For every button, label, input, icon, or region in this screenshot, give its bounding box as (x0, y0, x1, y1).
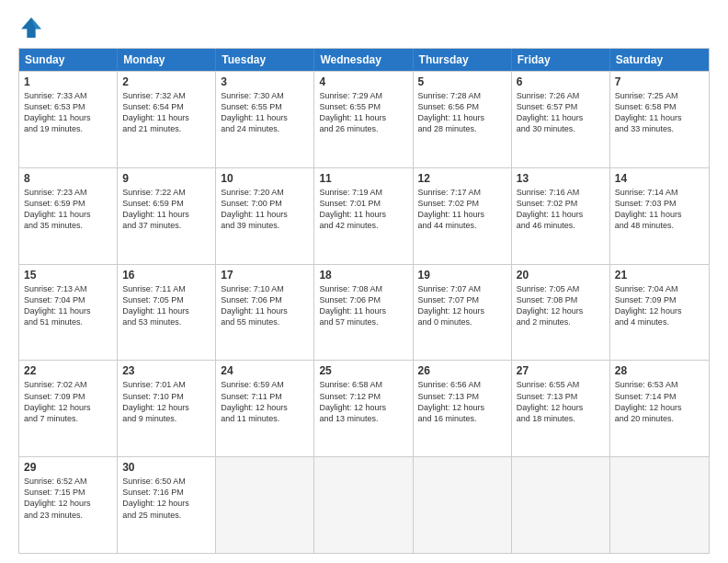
cell-info: Sunrise: 7:04 AM Sunset: 7:09 PM Dayligh… (615, 283, 704, 328)
calendar-body: 1Sunrise: 7:33 AM Sunset: 6:53 PM Daylig… (19, 71, 709, 553)
day-number: 11 (319, 172, 407, 185)
header (18, 15, 710, 40)
cell-info: Sunrise: 7:01 AM Sunset: 7:10 PM Dayligh… (122, 379, 210, 424)
calendar-cell: 18Sunrise: 7:08 AM Sunset: 7:06 PM Dayli… (314, 265, 413, 361)
calendar-cell (216, 457, 314, 553)
cell-info: Sunrise: 7:14 AM Sunset: 7:03 PM Dayligh… (615, 187, 704, 232)
cell-info: Sunrise: 6:50 AM Sunset: 7:16 PM Dayligh… (122, 476, 210, 521)
day-number: 24 (221, 364, 309, 377)
calendar-cell: 16Sunrise: 7:11 AM Sunset: 7:05 PM Dayli… (118, 265, 216, 361)
day-number: 16 (122, 269, 210, 282)
calendar-cell: 6Sunrise: 7:26 AM Sunset: 6:57 PM Daylig… (512, 72, 610, 167)
cell-info: Sunrise: 7:28 AM Sunset: 6:56 PM Dayligh… (418, 90, 506, 135)
calendar-cell: 25Sunrise: 6:58 AM Sunset: 7:12 PM Dayli… (314, 361, 413, 456)
cell-info: Sunrise: 6:52 AM Sunset: 7:15 PM Dayligh… (24, 476, 112, 521)
cell-info: Sunrise: 7:22 AM Sunset: 6:59 PM Dayligh… (122, 187, 210, 232)
calendar-row: 29Sunrise: 6:52 AM Sunset: 7:15 PM Dayli… (19, 456, 709, 553)
calendar-cell: 27Sunrise: 6:55 AM Sunset: 7:13 PM Dayli… (512, 361, 610, 456)
day-number: 1 (24, 75, 112, 88)
calendar-cell: 2Sunrise: 7:32 AM Sunset: 6:54 PM Daylig… (118, 72, 216, 167)
cell-info: Sunrise: 7:20 AM Sunset: 7:00 PM Dayligh… (221, 187, 309, 232)
cell-info: Sunrise: 7:10 AM Sunset: 7:06 PM Dayligh… (221, 283, 309, 328)
calendar-row: 22Sunrise: 7:02 AM Sunset: 7:09 PM Dayli… (19, 360, 709, 456)
calendar-header: SundayMondayTuesdayWednesdayThursdayFrid… (19, 49, 709, 71)
day-number: 18 (319, 269, 407, 282)
cell-info: Sunrise: 7:29 AM Sunset: 6:55 PM Dayligh… (319, 90, 407, 135)
calendar-cell: 30Sunrise: 6:50 AM Sunset: 7:16 PM Dayli… (118, 457, 216, 553)
calendar-cell: 3Sunrise: 7:30 AM Sunset: 6:55 PM Daylig… (216, 72, 314, 167)
calendar-cell: 11Sunrise: 7:19 AM Sunset: 7:01 PM Dayli… (314, 168, 413, 264)
calendar: SundayMondayTuesdayWednesdayThursdayFrid… (18, 48, 710, 554)
page: SundayMondayTuesdayWednesdayThursdayFrid… (0, 0, 728, 563)
calendar-cell: 9Sunrise: 7:22 AM Sunset: 6:59 PM Daylig… (118, 168, 216, 264)
calendar-cell: 10Sunrise: 7:20 AM Sunset: 7:00 PM Dayli… (216, 168, 314, 264)
day-number: 23 (122, 364, 210, 377)
cell-info: Sunrise: 7:16 AM Sunset: 7:02 PM Dayligh… (517, 187, 605, 232)
day-number: 20 (517, 269, 605, 282)
calendar-cell: 28Sunrise: 6:53 AM Sunset: 7:14 PM Dayli… (610, 361, 709, 456)
day-number: 26 (418, 364, 506, 377)
day-number: 4 (319, 75, 407, 88)
day-number: 13 (517, 172, 605, 185)
calendar-cell: 24Sunrise: 6:59 AM Sunset: 7:11 PM Dayli… (216, 361, 314, 456)
calendar-cell: 22Sunrise: 7:02 AM Sunset: 7:09 PM Dayli… (19, 361, 118, 456)
calendar-cell: 21Sunrise: 7:04 AM Sunset: 7:09 PM Dayli… (610, 265, 709, 361)
cell-info: Sunrise: 7:26 AM Sunset: 6:57 PM Dayligh… (517, 90, 605, 135)
header-day: Saturday (610, 49, 709, 71)
day-number: 17 (221, 269, 309, 282)
calendar-cell (512, 457, 610, 553)
cell-info: Sunrise: 6:53 AM Sunset: 7:14 PM Dayligh… (615, 379, 704, 424)
day-number: 22 (24, 364, 112, 377)
cell-info: Sunrise: 7:11 AM Sunset: 7:05 PM Dayligh… (122, 283, 210, 328)
header-day: Monday (118, 49, 216, 71)
day-number: 21 (615, 269, 704, 282)
day-number: 8 (24, 172, 112, 185)
calendar-cell: 15Sunrise: 7:13 AM Sunset: 7:04 PM Dayli… (19, 265, 118, 361)
calendar-row: 8Sunrise: 7:23 AM Sunset: 6:59 PM Daylig… (19, 167, 709, 264)
cell-info: Sunrise: 7:05 AM Sunset: 7:08 PM Dayligh… (517, 283, 605, 328)
day-number: 7 (615, 75, 704, 88)
calendar-cell: 26Sunrise: 6:56 AM Sunset: 7:13 PM Dayli… (414, 361, 512, 456)
calendar-cell: 13Sunrise: 7:16 AM Sunset: 7:02 PM Dayli… (512, 168, 610, 264)
cell-info: Sunrise: 7:19 AM Sunset: 7:01 PM Dayligh… (319, 187, 407, 232)
cell-info: Sunrise: 7:30 AM Sunset: 6:55 PM Dayligh… (221, 90, 309, 135)
header-day: Tuesday (216, 49, 314, 71)
day-number: 6 (517, 75, 605, 88)
cell-info: Sunrise: 7:33 AM Sunset: 6:53 PM Dayligh… (24, 90, 112, 135)
cell-info: Sunrise: 7:08 AM Sunset: 7:06 PM Dayligh… (319, 283, 407, 328)
calendar-cell: 7Sunrise: 7:25 AM Sunset: 6:58 PM Daylig… (610, 72, 709, 167)
calendar-cell: 8Sunrise: 7:23 AM Sunset: 6:59 PM Daylig… (19, 168, 118, 264)
calendar-cell: 12Sunrise: 7:17 AM Sunset: 7:02 PM Dayli… (414, 168, 512, 264)
cell-info: Sunrise: 6:56 AM Sunset: 7:13 PM Dayligh… (418, 379, 506, 424)
day-number: 12 (418, 172, 506, 185)
day-number: 15 (24, 269, 112, 282)
day-number: 29 (24, 461, 112, 474)
cell-info: Sunrise: 7:13 AM Sunset: 7:04 PM Dayligh… (24, 283, 112, 328)
cell-info: Sunrise: 7:02 AM Sunset: 7:09 PM Dayligh… (24, 379, 112, 424)
day-number: 25 (319, 364, 407, 377)
day-number: 19 (418, 269, 506, 282)
day-number: 5 (418, 75, 506, 88)
day-number: 14 (615, 172, 704, 185)
day-number: 30 (122, 461, 210, 474)
calendar-row: 1Sunrise: 7:33 AM Sunset: 6:53 PM Daylig… (19, 71, 709, 167)
calendar-cell: 29Sunrise: 6:52 AM Sunset: 7:15 PM Dayli… (19, 457, 118, 553)
logo (18, 15, 48, 40)
calendar-cell (314, 457, 413, 553)
day-number: 10 (221, 172, 309, 185)
calendar-cell (414, 457, 512, 553)
header-day: Wednesday (314, 49, 413, 71)
day-number: 28 (615, 364, 704, 377)
calendar-cell: 19Sunrise: 7:07 AM Sunset: 7:07 PM Dayli… (414, 265, 512, 361)
day-number: 3 (221, 75, 309, 88)
cell-info: Sunrise: 6:55 AM Sunset: 7:13 PM Dayligh… (517, 379, 605, 424)
calendar-cell: 4Sunrise: 7:29 AM Sunset: 6:55 PM Daylig… (314, 72, 413, 167)
calendar-cell: 14Sunrise: 7:14 AM Sunset: 7:03 PM Dayli… (610, 168, 709, 264)
calendar-cell: 23Sunrise: 7:01 AM Sunset: 7:10 PM Dayli… (118, 361, 216, 456)
cell-info: Sunrise: 7:25 AM Sunset: 6:58 PM Dayligh… (615, 90, 704, 135)
calendar-cell: 1Sunrise: 7:33 AM Sunset: 6:53 PM Daylig… (19, 72, 118, 167)
calendar-cell (610, 457, 709, 553)
day-number: 2 (122, 75, 210, 88)
logo-icon (18, 15, 44, 40)
header-day: Friday (512, 49, 610, 71)
